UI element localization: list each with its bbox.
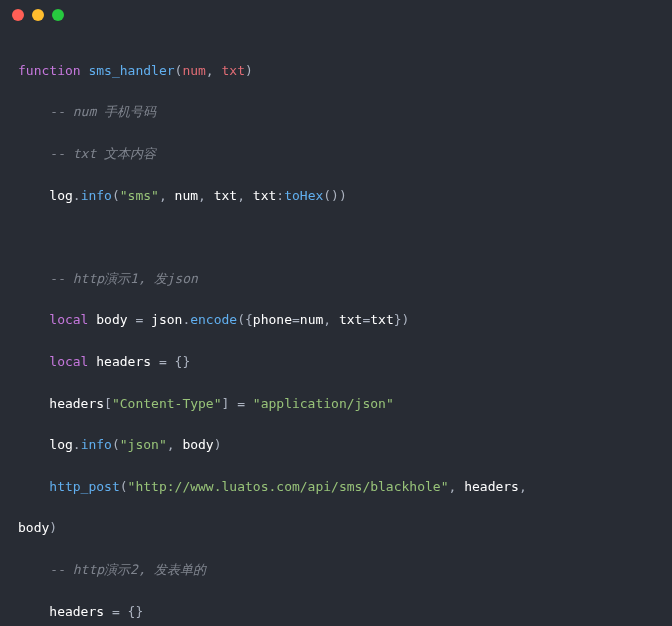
identifier: body [18,520,49,535]
comment: -- http演示1, 发json [49,271,198,286]
variable: headers [49,604,104,619]
variable: headers [49,396,104,411]
code-editor: function sms_handler(num, txt) -- num 手机… [0,30,672,626]
identifier: txt [370,312,393,327]
string: "http://www.luatos.com/api/sms/blackhole… [128,479,449,494]
identifier: num [300,312,323,327]
code-line: log.info("sms", num, txt, txt:toHex()) [18,186,654,207]
code-line: headers["Content-Type"] = "application/j… [18,394,654,415]
function-call: http_post [49,479,119,494]
code-line: -- num 手机号码 [18,102,654,123]
variable: body [96,312,127,327]
code-line: -- txt 文本内容 [18,144,654,165]
code-line: log.info("json", body) [18,435,654,456]
identifier: txt [214,188,237,203]
identifier: txt [253,188,276,203]
identifier: body [182,437,213,452]
keyword: function [18,63,81,78]
identifier: num [175,188,198,203]
keyword: local [49,354,88,369]
maximize-icon[interactable] [52,9,64,21]
param: txt [222,63,245,78]
param: num [182,63,205,78]
string: "application/json" [253,396,394,411]
window-titlebar [0,0,672,30]
code-line: http_post("http://www.luatos.com/api/sms… [18,477,654,498]
code-line: function sms_handler(num, txt) [18,61,654,82]
object: log [49,188,72,203]
close-icon[interactable] [12,9,24,21]
method: info [81,437,112,452]
comment: -- http演示2, 发表单的 [49,562,205,577]
key: txt [339,312,362,327]
code-line: headers = {} [18,602,654,623]
code-line: local body = json.encode({phone=num, txt… [18,310,654,331]
object: log [49,437,72,452]
identifier: headers [464,479,519,494]
key: phone [253,312,292,327]
comment: -- txt 文本内容 [49,146,156,161]
code-line: -- http演示1, 发json [18,269,654,290]
code-line: body) [18,518,654,539]
minimize-icon[interactable] [32,9,44,21]
comment: -- num 手机号码 [49,104,156,119]
code-line: -- http演示2, 发表单的 [18,560,654,581]
method: encode [190,312,237,327]
function-name: sms_handler [88,63,174,78]
method: toHex [284,188,323,203]
string: "sms" [120,188,159,203]
keyword: local [49,312,88,327]
code-line: local headers = {} [18,352,654,373]
code-line [18,227,654,248]
object: json [151,312,182,327]
variable: headers [96,354,151,369]
method: info [81,188,112,203]
string: "Content-Type" [112,396,222,411]
string: "json" [120,437,167,452]
